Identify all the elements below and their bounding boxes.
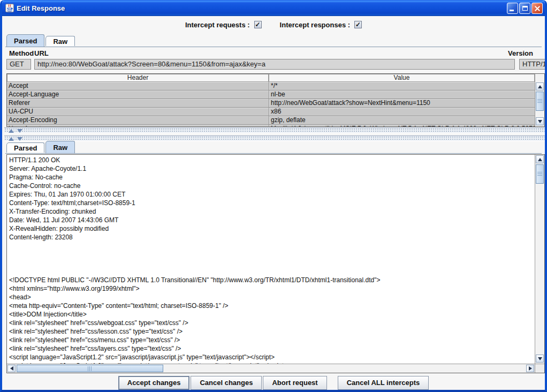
close-button[interactable] <box>531 3 543 14</box>
minimize-icon <box>510 10 514 11</box>
header-name-cell[interactable]: User-Agent <box>7 125 269 126</box>
column-header-header[interactable]: Header <box>7 74 269 82</box>
response-tabstrip: Parsed Raw <box>6 141 76 153</box>
scrollbar-thumb[interactable] <box>536 164 544 184</box>
header-name-cell[interactable]: UA-CPU <box>7 108 269 116</box>
response-tab-baseline <box>5 153 542 154</box>
arrow-up-icon <box>538 85 542 88</box>
collapse-up-icon[interactable] <box>9 137 14 141</box>
abort-request-button[interactable]: Abort request <box>263 376 326 390</box>
check-icon: ✓ <box>355 21 361 28</box>
titlebar[interactable]: Edit Response <box>0 0 547 16</box>
column-header-value[interactable]: Value <box>269 74 535 82</box>
table-row[interactable]: User-Agent Mozilla/4.0 (compatible; MSIE… <box>7 125 535 126</box>
response-tab-parsed[interactable]: Parsed <box>6 142 44 153</box>
collapse-up-icon[interactable] <box>9 129 14 133</box>
response-raw-scrollpane: HTTP/1.1 200 OK Server: Apache-Coyote/1.… <box>6 154 545 373</box>
response-horizontal-scrollbar[interactable] <box>7 364 535 373</box>
header-value-cell[interactable]: nl-be <box>269 91 535 99</box>
header-value-cell[interactable]: gzip, deflate <box>269 116 535 124</box>
table-row[interactable]: Accept */* <box>7 82 535 91</box>
table-row[interactable]: UA-CPU x86 <box>7 108 535 116</box>
method-label: Method <box>9 49 34 57</box>
window-title: Edit Response <box>17 4 507 12</box>
request-tab-parsed[interactable]: Parsed <box>6 34 44 47</box>
headers-table-vertical-scrollbar[interactable] <box>535 74 544 126</box>
request-headers-table: Header Value Accept */* Accept-Language … <box>6 73 545 127</box>
version-label: Version <box>508 49 533 57</box>
scroll-down-button[interactable] <box>536 355 544 363</box>
intercept-responses-checkbox[interactable]: ✓ <box>354 21 362 28</box>
url-label: URL <box>34 49 49 57</box>
maximize-icon <box>522 6 528 11</box>
header-name-cell[interactable]: Accept-Language <box>7 91 269 99</box>
header-value-cell[interactable]: x86 <box>269 108 535 116</box>
header-value-cell[interactable]: http://neo/WebGoat/attack?show=NextHint&… <box>269 99 535 107</box>
scroll-left-button[interactable] <box>7 365 16 372</box>
request-tab-baseline <box>5 47 542 47</box>
thumb-grip-icon <box>537 99 542 103</box>
arrow-right-icon <box>529 366 532 371</box>
arrow-left-icon <box>10 366 13 371</box>
minimize-button[interactable] <box>507 3 518 14</box>
check-icon: ✓ <box>255 21 261 28</box>
intercept-requests-checkbox[interactable]: ✓ <box>254 21 262 28</box>
headers-table-body: Header Value Accept */* Accept-Language … <box>7 74 535 126</box>
table-row[interactable]: Accept-Encoding gzip, deflate <box>7 116 535 125</box>
version-field[interactable]: HTTP/1.1 <box>519 59 546 70</box>
response-vertical-scrollbar[interactable] <box>535 155 544 364</box>
scrollbar-thumb[interactable] <box>536 92 544 111</box>
response-tab-raw[interactable]: Raw <box>45 141 75 153</box>
action-button-row: Accept changes Cancel changes Abort requ… <box>2 375 545 390</box>
scroll-down-button[interactable] <box>536 117 544 125</box>
scroll-right-button[interactable] <box>526 365 534 372</box>
method-field[interactable]: GET <box>6 59 31 70</box>
url-field[interactable]: http://neo:80/WebGoat/attack?Screen=80&m… <box>34 59 515 70</box>
collapse-down-icon[interactable] <box>17 129 22 133</box>
caption-buttons <box>507 3 543 14</box>
thumb-grip-icon <box>88 366 92 371</box>
header-value-cell[interactable]: */* <box>269 82 535 90</box>
arrow-down-icon <box>538 357 542 360</box>
cancel-changes-button[interactable]: Cancel changes <box>191 376 262 390</box>
main-split-divider[interactable] <box>4 135 545 141</box>
header-value-cell[interactable]: Mozilla/4.0 (compatible; MSIE 7.0; Windo… <box>269 125 535 126</box>
scrollbar-corner <box>535 364 544 373</box>
arrow-up-icon <box>538 158 542 161</box>
intercept-options-row: Intercept requests : ✓ Intercept respons… <box>2 18 545 31</box>
accept-changes-button[interactable]: Accept changes <box>118 376 190 390</box>
request-tab-raw[interactable]: Raw <box>45 36 75 46</box>
maximize-button[interactable] <box>519 3 530 14</box>
headers-table-header-row: Header Value <box>7 74 535 82</box>
request-tabstrip: Parsed Raw <box>6 35 76 47</box>
scroll-up-button[interactable] <box>536 82 544 91</box>
header-name-cell[interactable]: Accept <box>7 82 269 90</box>
scrollbar-thumb[interactable] <box>17 365 163 372</box>
scroll-up-button[interactable] <box>536 155 544 163</box>
header-name-cell[interactable]: Referer <box>7 99 269 107</box>
response-raw-textarea[interactable]: HTTP/1.1 200 OK Server: Apache-Coyote/1.… <box>7 155 535 364</box>
intercept-responses-label: Intercept responses : <box>280 21 351 29</box>
thumb-grip-icon <box>537 172 542 176</box>
intercept-requests-label: Intercept requests : <box>185 21 250 29</box>
table-row[interactable]: Accept-Language nl-be <box>7 91 535 99</box>
table-row[interactable]: Referer http://neo/WebGoat/attack?show=N… <box>7 99 535 108</box>
cancel-all-intercepts-button[interactable]: Cancel ALL intercepts <box>338 376 429 390</box>
java-app-icon <box>5 4 14 12</box>
request-split-divider[interactable] <box>4 127 545 133</box>
arrow-down-icon <box>538 120 542 123</box>
collapse-down-icon[interactable] <box>17 137 22 141</box>
header-name-cell[interactable]: Accept-Encoding <box>7 116 269 124</box>
edit-response-window: Edit Response Intercept requests : ✓ Int… <box>0 0 547 392</box>
